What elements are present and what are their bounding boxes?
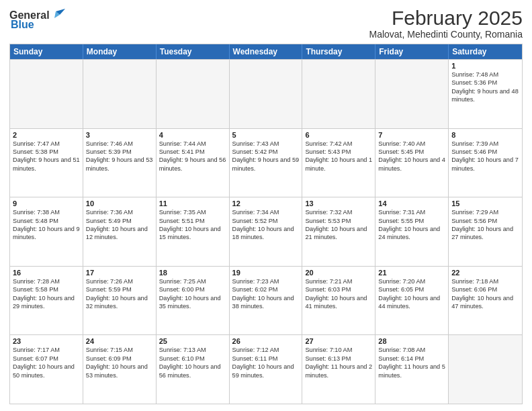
- day-number: 20: [305, 269, 372, 277]
- calendar-day-cell: 24Sunrise: 7:15 AM Sunset: 6:09 PM Dayli…: [83, 335, 157, 404]
- weekday-header: Sunday: [10, 44, 83, 59]
- calendar-day-cell: 6Sunrise: 7:42 AM Sunset: 5:43 PM Daylig…: [302, 129, 375, 197]
- day-info: Sunrise: 7:35 AM Sunset: 5:51 PM Dayligh…: [159, 208, 226, 242]
- calendar-week-row: 23Sunrise: 7:17 AM Sunset: 6:07 PM Dayli…: [10, 334, 522, 404]
- calendar-day-cell: 7Sunrise: 7:40 AM Sunset: 5:45 PM Daylig…: [375, 129, 449, 197]
- day-number: 21: [378, 269, 445, 277]
- calendar-day-cell: 22Sunrise: 7:18 AM Sunset: 6:06 PM Dayli…: [449, 267, 522, 335]
- day-number: 4: [159, 131, 226, 139]
- day-info: Sunrise: 7:28 AM Sunset: 5:58 PM Dayligh…: [13, 277, 80, 311]
- weekday-header: Monday: [83, 44, 157, 59]
- day-info: Sunrise: 7:13 AM Sunset: 6:10 PM Dayligh…: [159, 346, 226, 379]
- calendar-day-cell: 19Sunrise: 7:23 AM Sunset: 6:02 PM Dayli…: [230, 267, 303, 335]
- day-info: Sunrise: 7:43 AM Sunset: 5:42 PM Dayligh…: [232, 140, 300, 173]
- day-number: 26: [232, 337, 300, 345]
- calendar-day-cell: 26Sunrise: 7:12 AM Sunset: 6:11 PM Dayli…: [230, 335, 303, 404]
- day-number: 12: [232, 199, 300, 208]
- calendar-day-cell: [10, 60, 83, 128]
- day-number: 3: [86, 131, 153, 139]
- calendar-day-cell: 3Sunrise: 7:46 AM Sunset: 5:39 PM Daylig…: [83, 129, 157, 197]
- calendar-day-cell: 27Sunrise: 7:10 AM Sunset: 6:13 PM Dayli…: [302, 335, 375, 404]
- calendar-day-cell: 21Sunrise: 7:20 AM Sunset: 6:05 PM Dayli…: [375, 267, 449, 335]
- calendar-body: 1Sunrise: 7:48 AM Sunset: 5:36 PM Daylig…: [10, 59, 522, 404]
- calendar-day-cell: [157, 60, 230, 128]
- day-number: 8: [451, 131, 519, 139]
- day-info: Sunrise: 7:23 AM Sunset: 6:02 PM Dayligh…: [232, 277, 300, 311]
- day-info: Sunrise: 7:15 AM Sunset: 6:09 PM Dayligh…: [86, 346, 153, 379]
- day-number: 28: [378, 337, 445, 345]
- day-info: Sunrise: 7:12 AM Sunset: 6:11 PM Dayligh…: [232, 346, 300, 379]
- subtitle: Malovat, Mehedinti County, Romania: [369, 29, 523, 40]
- day-number: 11: [159, 199, 226, 208]
- day-info: Sunrise: 7:39 AM Sunset: 5:46 PM Dayligh…: [451, 140, 519, 173]
- day-info: Sunrise: 7:29 AM Sunset: 5:56 PM Dayligh…: [451, 208, 519, 242]
- day-info: Sunrise: 7:42 AM Sunset: 5:43 PM Dayligh…: [305, 140, 372, 173]
- day-number: 10: [86, 199, 153, 208]
- calendar-week-row: 2Sunrise: 7:47 AM Sunset: 5:38 PM Daylig…: [10, 128, 522, 197]
- day-number: 19: [232, 269, 300, 277]
- calendar-week-row: 1Sunrise: 7:48 AM Sunset: 5:36 PM Daylig…: [10, 59, 522, 128]
- weekday-header: Saturday: [449, 44, 522, 59]
- weekday-header: Tuesday: [157, 44, 230, 59]
- day-info: Sunrise: 7:18 AM Sunset: 6:06 PM Dayligh…: [451, 277, 519, 311]
- day-info: Sunrise: 7:40 AM Sunset: 5:45 PM Dayligh…: [378, 140, 445, 173]
- day-number: 13: [305, 199, 372, 208]
- calendar-day-cell: 2Sunrise: 7:47 AM Sunset: 5:38 PM Daylig…: [10, 129, 83, 197]
- calendar-day-cell: [375, 60, 449, 128]
- day-number: 24: [86, 337, 153, 345]
- day-info: Sunrise: 7:48 AM Sunset: 5:36 PM Dayligh…: [451, 71, 519, 104]
- calendar-day-cell: [230, 60, 303, 128]
- day-info: Sunrise: 7:44 AM Sunset: 5:41 PM Dayligh…: [159, 140, 226, 173]
- day-number: 18: [159, 269, 226, 277]
- day-number: 1: [451, 62, 519, 70]
- calendar-day-cell: 20Sunrise: 7:21 AM Sunset: 6:03 PM Dayli…: [302, 267, 375, 335]
- calendar-day-cell: 25Sunrise: 7:13 AM Sunset: 6:10 PM Dayli…: [157, 335, 230, 404]
- day-info: Sunrise: 7:10 AM Sunset: 6:13 PM Dayligh…: [305, 346, 372, 379]
- day-info: Sunrise: 7:46 AM Sunset: 5:39 PM Dayligh…: [86, 140, 153, 173]
- day-number: 27: [305, 337, 372, 345]
- day-info: Sunrise: 7:21 AM Sunset: 6:03 PM Dayligh…: [305, 277, 372, 311]
- day-info: Sunrise: 7:25 AM Sunset: 6:00 PM Dayligh…: [159, 277, 226, 311]
- day-number: 16: [13, 269, 80, 277]
- day-number: 22: [451, 269, 519, 277]
- day-info: Sunrise: 7:36 AM Sunset: 5:49 PM Dayligh…: [86, 208, 153, 242]
- weekday-header: Wednesday: [230, 44, 303, 59]
- day-info: Sunrise: 7:47 AM Sunset: 5:38 PM Dayligh…: [13, 140, 80, 173]
- day-info: Sunrise: 7:20 AM Sunset: 6:05 PM Dayligh…: [378, 277, 445, 311]
- calendar-week-row: 16Sunrise: 7:28 AM Sunset: 5:58 PM Dayli…: [10, 266, 522, 335]
- header: General Blue February 2025 Malovat, Mehe…: [9, 7, 523, 40]
- logo-blue-text: Blue: [11, 19, 34, 31]
- page: General Blue February 2025 Malovat, Mehe…: [0, 0, 532, 411]
- calendar-day-cell: [83, 60, 157, 128]
- day-number: 23: [13, 337, 80, 345]
- day-info: Sunrise: 7:34 AM Sunset: 5:52 PM Dayligh…: [232, 208, 300, 242]
- day-info: Sunrise: 7:31 AM Sunset: 5:55 PM Dayligh…: [378, 208, 445, 242]
- day-number: 15: [451, 199, 519, 208]
- calendar-day-cell: 23Sunrise: 7:17 AM Sunset: 6:07 PM Dayli…: [10, 335, 83, 404]
- calendar-day-cell: [302, 60, 375, 128]
- calendar-day-cell: 13Sunrise: 7:32 AM Sunset: 5:53 PM Dayli…: [302, 197, 375, 266]
- day-number: 5: [232, 131, 300, 139]
- calendar-day-cell: 11Sunrise: 7:35 AM Sunset: 5:51 PM Dayli…: [157, 197, 230, 266]
- calendar-header: SundayMondayTuesdayWednesdayThursdayFrid…: [10, 44, 522, 59]
- calendar-day-cell: 5Sunrise: 7:43 AM Sunset: 5:42 PM Daylig…: [230, 129, 303, 197]
- calendar-day-cell: 1Sunrise: 7:48 AM Sunset: 5:36 PM Daylig…: [449, 60, 522, 128]
- calendar-day-cell: 9Sunrise: 7:38 AM Sunset: 5:48 PM Daylig…: [10, 197, 83, 266]
- calendar-day-cell: 10Sunrise: 7:36 AM Sunset: 5:49 PM Dayli…: [83, 197, 157, 266]
- day-info: Sunrise: 7:32 AM Sunset: 5:53 PM Dayligh…: [305, 208, 372, 242]
- calendar-day-cell: 4Sunrise: 7:44 AM Sunset: 5:41 PM Daylig…: [157, 129, 230, 197]
- calendar: SundayMondayTuesdayWednesdayThursdayFrid…: [9, 44, 523, 404]
- day-info: Sunrise: 7:17 AM Sunset: 6:07 PM Dayligh…: [13, 346, 80, 379]
- calendar-week-row: 9Sunrise: 7:38 AM Sunset: 5:48 PM Daylig…: [10, 197, 522, 266]
- calendar-day-cell: 15Sunrise: 7:29 AM Sunset: 5:56 PM Dayli…: [449, 197, 522, 266]
- calendar-day-cell: 18Sunrise: 7:25 AM Sunset: 6:00 PM Dayli…: [157, 267, 230, 335]
- calendar-day-cell: [449, 335, 522, 404]
- weekday-header: Friday: [375, 44, 449, 59]
- day-number: 7: [378, 131, 445, 139]
- day-number: 14: [378, 199, 445, 208]
- weekday-header: Thursday: [302, 44, 375, 59]
- day-info: Sunrise: 7:38 AM Sunset: 5:48 PM Dayligh…: [13, 208, 80, 242]
- logo: General Blue: [9, 9, 65, 31]
- calendar-day-cell: 17Sunrise: 7:26 AM Sunset: 5:59 PM Dayli…: [83, 267, 157, 335]
- day-number: 2: [13, 131, 80, 139]
